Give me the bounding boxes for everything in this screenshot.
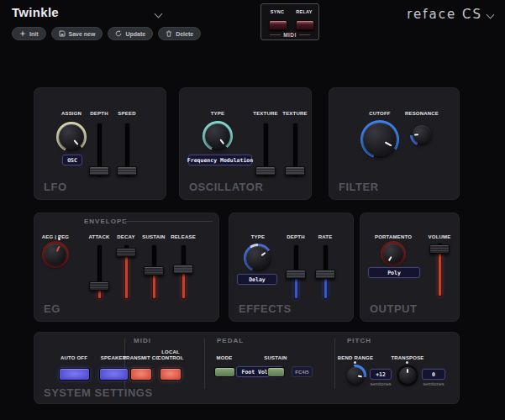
effects-panel-title: EFFECTS <box>239 302 292 315</box>
delete-button[interactable]: Delete <box>158 27 201 40</box>
transmit-cc-button[interactable] <box>130 368 152 381</box>
fx-rate-slider[interactable] <box>315 245 335 299</box>
slider-handle[interactable] <box>285 166 305 176</box>
volume-label: VOLUME <box>416 234 463 239</box>
midi-box-caption: MIDI <box>261 32 318 38</box>
lfo-assign-display[interactable]: OSC <box>62 155 82 165</box>
logo-text: reface CS <box>407 7 482 22</box>
fx-depth-slider[interactable] <box>286 245 306 299</box>
slider-handle[interactable] <box>315 270 335 279</box>
slider-handle[interactable] <box>173 265 193 274</box>
system-settings-title: SYSTEM SETTINGS <box>44 386 153 399</box>
midi-sync-label: SYNC <box>265 9 290 14</box>
slider-handle[interactable] <box>89 166 109 176</box>
update-button[interactable]: Update <box>108 27 153 40</box>
osc-texture1-slider[interactable] <box>255 123 276 176</box>
pitch-header: PITCH <box>347 337 371 344</box>
oscillator-panel: TYPE Frequency Modulation TEXTURE TEXTUR… <box>179 87 312 200</box>
init-button-label: Init <box>29 31 39 37</box>
midi-relay-button[interactable] <box>296 20 314 30</box>
output-panel-title: OUTPUT <box>370 302 417 315</box>
filter-resonance-label: RESONANCE <box>398 111 445 116</box>
delete-button-label: Delete <box>176 31 193 37</box>
trash-icon <box>166 30 172 37</box>
fx-rate-label: RATE <box>302 234 349 239</box>
pedal-mode-label: MODE <box>201 355 248 360</box>
osc-type-label: TYPE <box>194 111 241 116</box>
portamento-label: PORTAMENTO <box>370 234 417 239</box>
slider-handle[interactable] <box>429 244 450 254</box>
init-button[interactable]: Init <box>12 27 46 40</box>
eg-panel: ENVELOPE AEG | PEG ATTACK DECAY SUSTAIN … <box>34 213 219 322</box>
pedal-sustain-button[interactable] <box>267 367 285 377</box>
pedal-sustain-label: SUSTAIN <box>252 355 299 360</box>
save-new-button-label: Save new <box>69 31 96 37</box>
portamento-mode-display[interactable]: Poly <box>368 267 420 278</box>
slider-handle[interactable] <box>286 270 306 279</box>
preset-name[interactable]: Twinkle <box>12 5 59 19</box>
envelope-header: ENVELOPE <box>84 218 128 225</box>
init-sparkle-icon <box>19 30 26 37</box>
midi-io-box: SYNC RELAY MIDI <box>260 3 319 40</box>
transpose-display[interactable]: 0 <box>422 369 445 380</box>
toolbar: Init Save new Update Delete <box>12 27 201 40</box>
logo-dropdown-chevron-icon[interactable] <box>487 12 493 18</box>
transpose-knob[interactable] <box>397 365 418 386</box>
pedal-mode-button[interactable] <box>214 367 235 377</box>
osc-type-display[interactable]: Frequency Modulation <box>188 155 252 165</box>
filter-cutoff-label: CUTOFF <box>356 111 403 116</box>
local-control-label-line2: CONTROL <box>147 355 194 360</box>
update-button-label: Update <box>125 31 145 37</box>
midi-sync-button[interactable] <box>269 20 287 30</box>
slider-handle[interactable] <box>117 166 137 176</box>
brand-logo: reface CS <box>407 7 493 22</box>
local-control-label-line1: LOCAL <box>147 349 194 354</box>
pedal-header: PEDAL <box>217 337 244 344</box>
speaker-button[interactable] <box>99 368 129 381</box>
eg-release-slider[interactable] <box>173 245 193 299</box>
lfo-panel: ASSIGN OSC DEPTH SPEED LFO <box>34 87 166 200</box>
eg-panel-title: EG <box>44 302 60 315</box>
slider-fill <box>125 252 128 298</box>
save-new-button[interactable]: Save new <box>51 27 103 40</box>
bend-range-unit: semitones <box>366 381 396 386</box>
filter-resonance-knob[interactable] <box>410 123 434 146</box>
transpose-label: TRANSPOSE <box>384 355 431 360</box>
local-control-button[interactable] <box>160 368 181 381</box>
lfo-speed-label: SPEED <box>103 111 150 116</box>
pedal-sustain-type-button[interactable]: FC4/5 <box>292 366 313 377</box>
volume-slider[interactable] <box>429 244 450 297</box>
eg-attack-slider[interactable] <box>89 245 109 299</box>
filter-cutoff-knob[interactable] <box>360 120 399 159</box>
bend-range-knob[interactable] <box>345 365 366 386</box>
transpose-unit: semitones <box>418 381 449 386</box>
portamento-knob[interactable] <box>381 241 406 266</box>
eg-decay-slider[interactable] <box>116 245 136 299</box>
lfo-panel-title: LFO <box>44 181 67 193</box>
osc-texture2-slider[interactable] <box>285 123 305 176</box>
osc-texture2-label: TEXTURE <box>271 111 318 116</box>
eg-mode-knob[interactable] <box>42 241 69 268</box>
preset-dropdown-chevron-icon[interactable] <box>155 11 161 17</box>
lfo-assign-knob[interactable] <box>56 122 87 152</box>
slider-handle[interactable] <box>255 166 276 176</box>
auto-off-button[interactable] <box>59 368 90 381</box>
system-midi-header: MIDI <box>134 337 151 344</box>
midi-relay-label: RELAY <box>292 9 317 14</box>
bend-range-display[interactable]: +12 <box>370 369 392 380</box>
slider-fill <box>439 249 441 296</box>
reface-cs-editor: { "header": { "preset_name": "Twinkle", … <box>0 0 505 420</box>
fx-type-knob[interactable] <box>244 244 272 272</box>
system-settings-panel: AUTO OFF SPEAKER MIDI TRANSMIT CC LOCAL … <box>34 332 460 404</box>
eg-mode-label: AEG | PEG <box>32 234 79 239</box>
save-icon <box>59 30 66 37</box>
slider-handle[interactable] <box>116 248 136 257</box>
oscillator-panel-title: OSCILLATOR <box>189 181 263 193</box>
lfo-speed-slider[interactable] <box>117 123 137 176</box>
slider-handle[interactable] <box>144 266 164 276</box>
slider-handle[interactable] <box>89 281 109 291</box>
osc-type-knob[interactable] <box>203 121 233 151</box>
fx-type-display[interactable]: Delay <box>237 274 277 285</box>
eg-sustain-slider[interactable] <box>144 245 164 299</box>
lfo-depth-slider[interactable] <box>89 123 109 176</box>
